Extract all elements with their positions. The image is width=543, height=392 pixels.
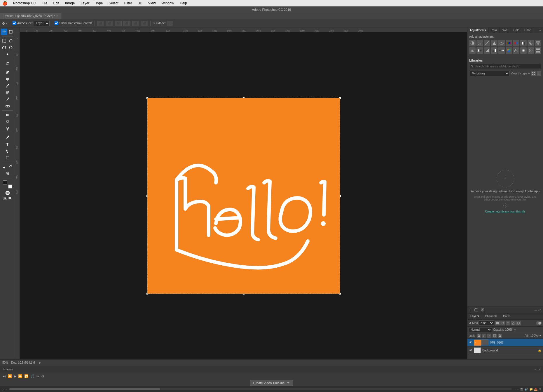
lock-position-btn[interactable]: + — [487, 334, 491, 338]
canvas-workspace[interactable] — [20, 32, 467, 359]
timeline-first-btn[interactable]: ⏮ — [2, 374, 6, 378]
tab-char[interactable]: Char — [522, 27, 533, 33]
more-options-btn[interactable]: ... — [167, 21, 173, 26]
timeline-icon4[interactable]: 📤 — [534, 388, 537, 391]
adj-vibrance2[interactable] — [535, 47, 541, 54]
new-adjustment-layer-btn[interactable] — [480, 308, 485, 313]
timeline-icon1[interactable]: 🎬 — [520, 388, 523, 391]
filter-pixel-icon[interactable] — [495, 321, 500, 325]
timeline-keyframe-btn[interactable]: ◇ — [2, 388, 4, 391]
filter-shape-icon[interactable] — [511, 321, 516, 325]
timeline-icon5[interactable]: ⚙ — [539, 388, 541, 391]
align-middle-btn[interactable]: ⬛ — [132, 21, 139, 26]
menu-3d[interactable]: 3D — [137, 1, 144, 6]
pen-tool[interactable] — [4, 134, 11, 141]
marquee-tool[interactable] — [1, 38, 7, 44]
healing-brush-tool[interactable] — [4, 76, 11, 82]
menu-type[interactable]: Type — [94, 1, 104, 6]
menu-layer[interactable]: Layer — [79, 1, 90, 6]
layer-filter-toggle[interactable] — [536, 321, 542, 325]
timeline-play-btn[interactable]: ▶ — [14, 374, 16, 378]
grid-view-btn[interactable] — [531, 71, 536, 76]
lock-transparent-btn[interactable] — [477, 334, 481, 338]
tab-layers[interactable]: Layers — [467, 314, 482, 319]
list-view-btn[interactable] — [537, 71, 541, 76]
tab-para[interactable]: Para — [488, 27, 500, 33]
polygonal-lasso-tool[interactable] — [8, 44, 14, 51]
timeline-add-btn[interactable]: + — [5, 388, 7, 391]
magic-wand-tool[interactable]: ✦ — [4, 51, 11, 58]
new-layer-btn[interactable]: + — [469, 308, 472, 312]
adj-invert[interactable] — [476, 47, 483, 54]
menu-select[interactable]: Select — [107, 1, 119, 6]
gradient-tool[interactable] — [4, 112, 11, 118]
panel-options-btn[interactable] — [537, 27, 543, 33]
auto-select-checkbox[interactable] — [13, 21, 16, 25]
adj-desat[interactable] — [528, 47, 534, 54]
zoom-tool[interactable] — [4, 170, 11, 177]
background-color[interactable] — [8, 184, 12, 189]
rotate-view-tool[interactable] — [8, 163, 14, 170]
tab-swat[interactable]: Swat — [500, 27, 511, 33]
hand-tool[interactable] — [1, 163, 7, 170]
align-bottom-btn[interactable]: ⬛ — [141, 21, 148, 26]
menu-image[interactable]: Image — [64, 1, 76, 6]
show-transform-checkbox[interactable] — [55, 21, 58, 25]
layer-item[interactable]: 👁 Background 🔒 — [467, 346, 543, 354]
tab-channels[interactable]: Channels — [482, 314, 500, 319]
status-arrow[interactable]: ▶ — [39, 361, 41, 364]
canvas-image-wrapper[interactable] — [147, 98, 340, 294]
elliptical-marquee-tool[interactable] — [8, 38, 14, 44]
menu-file[interactable]: File — [41, 1, 48, 6]
create-library-link[interactable]: Create new library from this file — [485, 210, 525, 213]
layer-visibility-toggle[interactable]: 👁 — [469, 349, 472, 352]
blend-mode-select[interactable]: Normal Dissolve Multiply Screen Overlay — [469, 327, 492, 332]
adj-exposure[interactable] — [491, 40, 497, 46]
timeline-scrubber[interactable] — [9, 388, 512, 390]
standard-screen-btn[interactable]: ▣ — [3, 197, 7, 200]
kind-dropdown[interactable]: Kind Name Effect Mode — [479, 320, 494, 325]
timeline-close-btn[interactable]: × — [539, 367, 541, 371]
adj-threshold[interactable] — [491, 47, 497, 54]
filter-type-icon[interactable]: T — [506, 321, 510, 325]
adj-shadows[interactable] — [513, 47, 519, 54]
tab-adjustments[interactable]: Adjustments — [467, 27, 488, 33]
history-brush-tool[interactable] — [4, 96, 11, 102]
timeline-zoom-out-btn[interactable]: − — [514, 388, 516, 391]
tab-close-btn[interactable]: × — [56, 14, 58, 18]
filter-smart-icon[interactable] — [516, 321, 521, 325]
adj-color-lookup[interactable]: 3D — [469, 47, 476, 54]
path-selection-tool[interactable] — [4, 148, 11, 154]
fill-chevron-icon[interactable] — [539, 334, 542, 337]
crop-tool[interactable] — [4, 60, 11, 67]
menu-help[interactable]: Help — [179, 1, 188, 6]
layer-visibility-toggle[interactable]: 👁 — [469, 341, 472, 344]
lock-image-btn[interactable] — [482, 334, 486, 338]
timeline-loop-btn[interactable]: 🔁 — [24, 374, 29, 378]
menu-photoshop[interactable]: Photoshop CC — [12, 1, 37, 6]
library-search-box[interactable] — [469, 64, 541, 69]
library-select[interactable]: My Library — [469, 71, 509, 76]
shapes-tool[interactable] — [4, 154, 11, 161]
eyedropper-tool[interactable] — [4, 69, 11, 76]
opacity-chevron-icon[interactable] — [514, 328, 516, 331]
auto-select-dropdown[interactable]: Layer Group — [34, 21, 50, 26]
eraser-tool[interactable] — [4, 103, 11, 109]
dodge-tool[interactable] — [4, 125, 11, 132]
timeline-audio-btn[interactable]: 🎵 — [30, 374, 35, 378]
menu-filter[interactable]: Filter — [123, 1, 133, 6]
adj-black-white[interactable] — [520, 40, 527, 46]
full-screen-btn[interactable]: ⬜ — [8, 197, 12, 200]
lasso-tool[interactable] — [1, 44, 7, 51]
layer-item[interactable]: 👁 hi IMG_0268 — [467, 339, 543, 346]
adj-vibrance[interactable] — [498, 40, 505, 46]
timeline-zoom-in-btn[interactable]: + — [517, 388, 519, 391]
artboard-tool[interactable] — [8, 29, 14, 35]
adj-color-balance[interactable] — [513, 40, 519, 46]
create-video-timeline-btn[interactable]: Create Video Timeline — [250, 380, 293, 386]
filter-adjustment-icon[interactable] — [500, 321, 505, 325]
adj-hue-saturation[interactable] — [506, 40, 512, 46]
quick-mask-mode[interactable] — [5, 191, 10, 195]
move-tool[interactable] — [1, 29, 7, 35]
adj-gradient-map[interactable] — [498, 47, 505, 54]
